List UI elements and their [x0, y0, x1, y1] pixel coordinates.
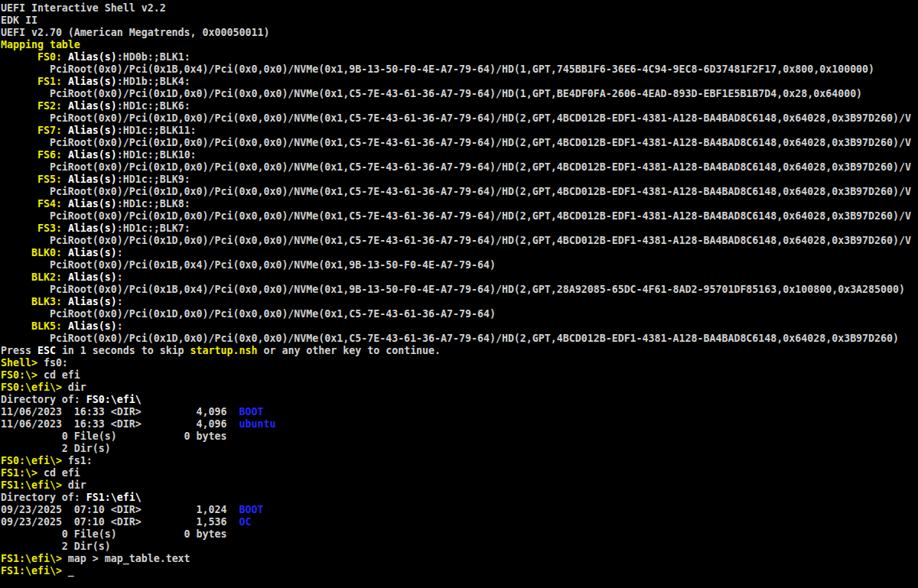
terminal-text-segment: ubuntu [239, 418, 275, 430]
device-path-blk2: PciRoot(0x0)/Pci(0x1B,0x4)/Pci(0x0,0x0)/… [1, 284, 918, 296]
terminal-text-segment [62, 198, 68, 210]
dir-summary-fs0: 2 Dir(s) [1, 443, 918, 455]
terminal-text-segment: PciRoot(0x0)/Pci(0x1D,0x0)/Pci(0x0,0x0)/… [1, 186, 911, 197]
terminal-text-segment: Alias(s) [68, 271, 117, 283]
terminal-text-segment: fs1: [68, 455, 93, 466]
map-entry-fs1: FS1: Alias(s):HD1b:;BLK4: [1, 76, 918, 88]
terminal-text-segment: :HD1b:;BLK4: [117, 76, 190, 87]
map-entry-fs4: FS4: Alias(s):HD1c:;BLK8: [1, 198, 918, 210]
terminal-text-segment: :HD0b:;BLK1: [117, 51, 190, 63]
dir-summary-fs1: 2 Dir(s) [1, 541, 918, 553]
terminal-text-segment [1, 296, 31, 307]
terminal-text-segment: Alias(s) [68, 76, 117, 87]
map-entry-fs6: FS6: Alias(s):HD1c:;BLK10: [1, 149, 918, 161]
terminal-text-segment: EDK II [1, 15, 37, 26]
terminal-text-segment: in 1 seconds to skip [56, 345, 190, 356]
terminal-text-segment: : [117, 320, 123, 332]
prompt-fs0-root: FS0:\> cd efi [1, 369, 918, 382]
terminal-text-segment: :HD1c:;BLK7: [117, 223, 190, 234]
terminal-text-segment: Alias(s) [68, 223, 117, 234]
terminal-text-segment: BOOT [239, 406, 263, 417]
terminal-text-segment: :HD1c:;BLK10: [117, 149, 197, 161]
terminal-text-segment: Alias(s) [68, 296, 117, 307]
prompt-current: FS1:\efi\> _ [1, 565, 918, 577]
terminal-text-segment [62, 76, 68, 87]
terminal-text-segment: FS1:\efi\> [1, 565, 68, 577]
terminal-text-segment: PciRoot(0x0)/Pci(0x1D,0x0)/Pci(0x0,0x0)/… [1, 161, 911, 173]
terminal-text-segment: PciRoot(0x0)/Pci(0x1B,0x4)/Pci(0x0,0x0)/… [1, 63, 874, 75]
terminal-text-segment: FS1: [37, 76, 62, 87]
terminal-text-segment [1, 125, 37, 136]
terminal-text-segment [1, 51, 37, 63]
startup-skip-message: Press ESC in 1 seconds to skip startup.n… [1, 345, 918, 357]
terminal-text-segment: ESC [37, 345, 56, 356]
cursor: _ [68, 565, 74, 577]
dir-row-oc: 09/23/2025 07:10 <DIR> 1,536 OC [1, 516, 918, 528]
device-path-fs4: PciRoot(0x0)/Pci(0x1D,0x0)/Pci(0x0,0x0)/… [1, 210, 918, 223]
prompt-fs1-efi: FS1:\efi\> dir [1, 479, 918, 492]
device-path-fs5: PciRoot(0x0)/Pci(0x1D,0x0)/Pci(0x0,0x0)/… [1, 186, 918, 198]
map-entry-fs5: FS5: Alias(s):HD1c:;BLK9: [1, 174, 918, 186]
directory-of-fs0: Directory of: FS0:\efi\ [1, 394, 918, 406]
device-path-fs3: PciRoot(0x0)/Pci(0x1D,0x0)/Pci(0x0,0x0)/… [1, 235, 918, 247]
terminal-text-segment: Alias(s) [68, 174, 117, 185]
terminal-text-segment: BOOT [239, 504, 263, 515]
terminal-text-segment: FS6: [37, 149, 62, 161]
terminal-text-segment: FS0:\efi\ [86, 394, 142, 405]
terminal-text-segment: Press [1, 345, 37, 356]
terminal-text-segment [62, 174, 68, 185]
terminal-text-segment: 0 File(s) 0 bytes [1, 528, 227, 540]
terminal-text-segment: BLK5: [31, 320, 62, 332]
terminal-text-segment: Alias(s) [68, 125, 117, 136]
terminal-text-segment [1, 149, 37, 161]
terminal-text-segment [1, 320, 31, 332]
uefi-shell-screen[interactable]: UEFI Interactive Shell v2.2EDK IIUEFI v2… [0, 0, 918, 588]
terminal-text-segment: Mapping table [1, 39, 80, 50]
terminal-text-segment [62, 149, 68, 161]
terminal-text-segment: 11/06/2023 16:33 <DIR> 4,096 [1, 406, 239, 417]
terminal-text-segment: FS5: [37, 174, 62, 185]
prompt-fs1-root: FS1:\> cd efi [1, 467, 918, 479]
terminal-text-segment: FS1:\> [1, 467, 44, 479]
terminal-text-segment [1, 271, 31, 283]
terminal-text-segment: Alias(s) [68, 320, 117, 332]
terminal-text-segment: FS0: [37, 51, 62, 63]
terminal-text-segment: Alias(s) [68, 247, 117, 258]
terminal-text-segment: Alias(s) [68, 149, 117, 161]
device-path-fs2: PciRoot(0x0)/Pci(0x1D,0x0)/Pci(0x0,0x0)/… [1, 112, 918, 125]
terminal-text-segment: PciRoot(0x0)/Pci(0x1D,0x0)/Pci(0x0,0x0)/… [1, 235, 911, 246]
device-path-blk3: PciRoot(0x0)/Pci(0x1D,0x0)/Pci(0x0,0x0)/… [1, 308, 918, 320]
device-path-fs6: PciRoot(0x0)/Pci(0x1D,0x0)/Pci(0x0,0x0)/… [1, 161, 918, 174]
terminal-text-segment: Directory of: [1, 394, 86, 405]
terminal-text-segment: PciRoot(0x0)/Pci(0x1D,0x0)/Pci(0x0,0x0)/… [1, 308, 496, 320]
terminal-text-segment [1, 100, 37, 112]
terminal-text-segment: UEFI Interactive Shell v2.2 [1, 2, 166, 14]
terminal-text-segment: cd efi [44, 369, 80, 381]
shell-version-line: UEFI Interactive Shell v2.2 [1, 2, 918, 15]
device-path-fs0: PciRoot(0x0)/Pci(0x1B,0x4)/Pci(0x0,0x0)/… [1, 63, 918, 76]
terminal-text-segment: :HD1c:;BLK6: [117, 100, 190, 112]
terminal-text-segment: cd efi [44, 467, 80, 479]
terminal-text-segment [1, 247, 31, 258]
prompt-fs0-to-fs1: FS0:\efi\> fs1: [1, 455, 918, 467]
terminal-text-segment: FS7: [37, 125, 62, 136]
terminal-text-segment [62, 51, 68, 63]
terminal-text-segment: :HD1c:;BLK9: [117, 174, 190, 185]
terminal-text-segment: Shell> [1, 357, 44, 369]
terminal-output: UEFI Interactive Shell v2.2EDK IIUEFI v2… [1, 2, 918, 577]
terminal-text-segment [62, 223, 68, 234]
terminal-text-segment: 11/06/2023 16:33 <DIR> 4,096 [1, 418, 239, 430]
file-summary-fs0: 0 File(s) 0 bytes [1, 430, 918, 443]
terminal-text-segment: 09/23/2025 07:10 <DIR> 1,536 [1, 516, 239, 528]
terminal-text-segment: PciRoot(0x0)/Pci(0x1D,0x0)/Pci(0x0,0x0)/… [1, 137, 911, 148]
terminal-text-segment: dir [68, 382, 86, 393]
terminal-text-segment: PciRoot(0x0)/Pci(0x1B,0x4)/Pci(0x0,0x0)/… [1, 259, 496, 271]
terminal-text-segment: map > map_table.text [68, 553, 190, 564]
terminal-text-segment: FS0:\efi\> [1, 455, 68, 466]
terminal-text-segment: Alias(s) [68, 100, 117, 112]
terminal-text-segment: FS1:\efi\> [1, 479, 68, 491]
device-path-blk0: PciRoot(0x0)/Pci(0x1B,0x4)/Pci(0x0,0x0)/… [1, 259, 918, 271]
device-path-fs7: PciRoot(0x0)/Pci(0x1D,0x0)/Pci(0x0,0x0)/… [1, 137, 918, 149]
terminal-text-segment: : [117, 247, 123, 258]
terminal-text-segment: PciRoot(0x0)/Pci(0x1D,0x0)/Pci(0x0,0x0)/… [1, 88, 862, 99]
